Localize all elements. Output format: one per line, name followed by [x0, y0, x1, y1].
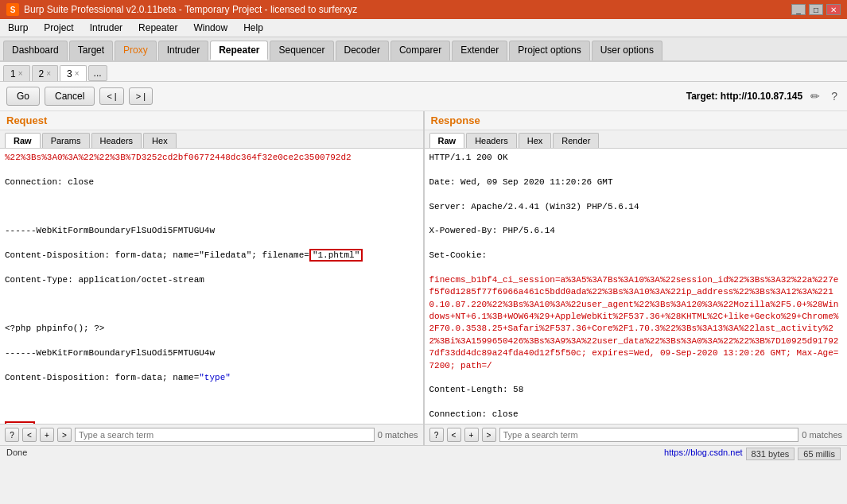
status-bytes: 831 bytes [746, 448, 795, 460]
response-tab-hex[interactable]: Hex [519, 133, 552, 148]
sub-tab-more[interactable]: ... [88, 65, 107, 81]
tab-comparer[interactable]: Comparer [390, 41, 450, 60]
menu-help[interactable]: Help [239, 21, 268, 35]
sub-tab-bar: 1 × 2 × 3 × ... [0, 62, 847, 82]
maximize-button[interactable]: □ [809, 4, 823, 15]
tab-dashboard[interactable]: Dashboard [3, 41, 68, 60]
tab-sequencer[interactable]: Sequencer [270, 41, 333, 60]
tab-repeater[interactable]: Repeater [210, 41, 268, 60]
request-next-btn[interactable]: + [40, 428, 54, 442]
response-panel-header: Response [425, 111, 848, 130]
menu-project[interactable]: Project [39, 21, 78, 35]
app-icon: S [6, 3, 19, 16]
request-search-bar: ? < + > 0 matches [0, 424, 423, 445]
content-area: Request Raw Params Headers Hex %22%3Bs%3… [0, 111, 847, 445]
menu-intruder[interactable]: Intruder [85, 21, 127, 35]
request-tab-hex[interactable]: Hex [143, 133, 177, 148]
request-match-count: 0 matches [378, 430, 418, 440]
request-tab-params[interactable]: Params [42, 133, 90, 148]
menu-burp[interactable]: Burp [3, 21, 33, 35]
response-panel-tabs: Raw Headers Hex Render [425, 130, 848, 149]
go-button[interactable]: Go [6, 87, 40, 106]
tab-project-options[interactable]: Project options [509, 41, 589, 60]
status-right: https://blog.csdn.net 831 bytes 65 milli… [664, 448, 841, 460]
sub-tab-3[interactable]: 3 × [60, 65, 87, 81]
window-title: Burp Suite Professional v2.0.11beta - Te… [24, 4, 357, 15]
status-url: https://blog.csdn.net [664, 448, 742, 460]
request-tab-raw[interactable]: Raw [5, 133, 41, 148]
menu-window[interactable]: Window [188, 21, 232, 35]
response-tab-render[interactable]: Render [553, 133, 599, 148]
tab-target[interactable]: Target [69, 41, 113, 60]
tab-decoder[interactable]: Decoder [336, 41, 389, 60]
sub-tab-3-close[interactable]: × [75, 69, 80, 78]
tab-proxy[interactable]: Proxy [115, 41, 157, 60]
response-panel: Response Raw Headers Hex Render HTTP/1.1… [425, 111, 848, 445]
sub-tab-1-close[interactable]: × [18, 69, 23, 78]
status-text: Done [6, 448, 27, 460]
cancel-button[interactable]: Cancel [45, 87, 95, 106]
tab-extender[interactable]: Extender [452, 41, 507, 60]
response-tab-raw[interactable]: Raw [429, 133, 465, 148]
request-prev-btn[interactable]: < [22, 428, 37, 442]
tab-intruder[interactable]: Intruder [158, 41, 208, 60]
edit-target-button[interactable]: ✏ [807, 88, 823, 104]
nav-back-button[interactable]: < | [99, 87, 123, 105]
request-panel-tabs: Raw Params Headers Hex [0, 130, 423, 149]
minimize-button[interactable]: _ [791, 4, 806, 15]
request-panel: Request Raw Params Headers Hex %22%3Bs%3… [0, 111, 425, 445]
response-search-options-btn[interactable]: > [482, 428, 496, 442]
request-panel-header: Request [0, 111, 423, 130]
response-content[interactable]: HTTP/1.1 200 OK Date: Wed, 09 Sep 2020 1… [425, 149, 848, 424]
sub-tab-1[interactable]: 1 × [3, 65, 30, 81]
status-millis: 65 millis [798, 448, 841, 460]
help-button[interactable]: ? [828, 88, 841, 104]
tab-user-options[interactable]: User options [592, 41, 662, 60]
response-prev-btn[interactable]: < [447, 428, 461, 442]
response-help-btn[interactable]: ? [429, 428, 444, 442]
request-search-input[interactable] [75, 428, 375, 442]
toolbar: Go Cancel < | > | Target: http://10.10.8… [0, 82, 847, 111]
response-search-bar: ? < + > 0 matches [425, 424, 848, 445]
nav-fwd-button[interactable]: > | [129, 87, 153, 105]
title-bar: S Burp Suite Professional v2.0.11beta - … [0, 0, 847, 19]
request-content[interactable]: %22%3Bs%3A0%3A%22%22%3B%7D3252cd2bf06772… [0, 149, 423, 424]
response-match-count: 0 matches [802, 430, 842, 440]
request-help-btn[interactable]: ? [5, 428, 19, 442]
main-tab-bar: Dashboard Target Proxy Intruder Repeater… [0, 37, 847, 62]
sub-tab-2-close[interactable]: × [46, 69, 51, 78]
response-search-input[interactable] [499, 428, 799, 442]
request-search-options-btn[interactable]: > [57, 428, 72, 442]
response-tab-headers[interactable]: Headers [466, 133, 517, 148]
response-next-btn[interactable]: + [464, 428, 479, 442]
menu-bar: Burp Project Intruder Repeater Window He… [0, 19, 847, 37]
window-controls: _ □ ✕ [791, 4, 841, 15]
request-tab-headers[interactable]: Headers [91, 133, 142, 148]
sub-tab-2[interactable]: 2 × [32, 65, 59, 81]
target-url: http://10.10.87.145 [721, 91, 802, 102]
menu-repeater[interactable]: Repeater [134, 21, 182, 35]
target-label: Target: http://10.10.87.145 [686, 91, 803, 102]
close-button[interactable]: ✕ [826, 4, 841, 15]
status-bar: Done https://blog.csdn.net 831 bytes 65 … [0, 445, 847, 462]
